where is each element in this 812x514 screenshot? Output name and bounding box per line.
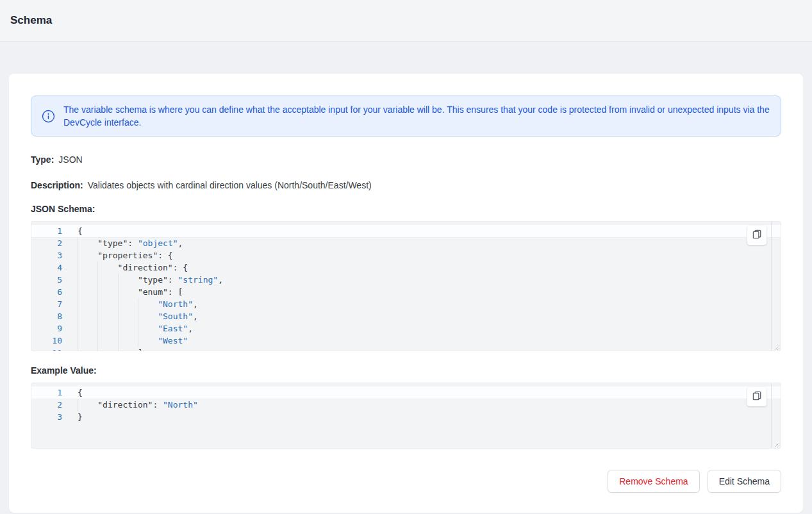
indent-guide bbox=[78, 286, 97, 298]
indent-guide bbox=[78, 335, 97, 347]
indent-guide bbox=[97, 322, 117, 335]
code-text: "East", bbox=[78, 322, 193, 335]
description-label: Description: bbox=[31, 180, 83, 190]
code-text: "South", bbox=[78, 310, 198, 322]
code-text: "type": "string", bbox=[78, 274, 223, 286]
line-number: 11 bbox=[31, 347, 62, 351]
line-number: 2 bbox=[31, 237, 62, 249]
indent-guide bbox=[78, 237, 97, 249]
description-field: Description:Validates objects with cardi… bbox=[31, 178, 781, 192]
indent-guide bbox=[97, 286, 117, 298]
indent-guide bbox=[118, 298, 138, 310]
line-number: 5 bbox=[31, 274, 62, 286]
code-line: 11 ] bbox=[31, 347, 781, 351]
code-line: 10 "West" bbox=[31, 335, 781, 347]
indent-guide bbox=[118, 322, 138, 335]
indent-guide bbox=[118, 310, 138, 322]
copy-button[interactable] bbox=[747, 226, 766, 245]
code-text: "West" bbox=[78, 335, 188, 347]
info-circle-icon bbox=[42, 110, 55, 123]
code-body: 1{2 "type": "object",3 "properties": {4 … bbox=[31, 222, 781, 351]
resize-handle[interactable] bbox=[772, 439, 780, 447]
json-schema-label: JSON Schema: bbox=[31, 202, 781, 216]
indent-guide bbox=[78, 322, 97, 335]
code-line: 4 "direction": { bbox=[31, 261, 781, 274]
indent-guide bbox=[97, 335, 117, 347]
footer-actions: Remove Schema Edit Schema bbox=[31, 470, 781, 493]
code-line: 1{ bbox=[31, 225, 781, 237]
copy-button[interactable] bbox=[747, 387, 766, 406]
code-text: { bbox=[78, 386, 83, 399]
indent-guide bbox=[138, 335, 158, 347]
description-value: Validates objects with cardinal directio… bbox=[88, 180, 372, 190]
indent-guide bbox=[138, 322, 158, 335]
indent-guide bbox=[78, 249, 97, 261]
code-line: 5 "type": "string", bbox=[31, 274, 781, 286]
code-text: "type": "object", bbox=[78, 237, 183, 249]
type-label: Type: bbox=[31, 154, 54, 165]
line-number: 4 bbox=[31, 261, 62, 274]
example-value-editor[interactable]: 1{2 "direction": "North"3} bbox=[31, 383, 781, 449]
code-line: 6 "enum": [ bbox=[31, 286, 781, 298]
line-number: 1 bbox=[31, 386, 62, 399]
indent-guide bbox=[78, 399, 97, 411]
code-line: 8 "South", bbox=[31, 310, 781, 322]
code-line: 2 "direction": "North" bbox=[31, 399, 781, 411]
code-line: 7 "North", bbox=[31, 298, 781, 310]
indent-guide bbox=[138, 310, 158, 322]
code-text: ] bbox=[78, 347, 143, 351]
code-text: "properties": { bbox=[78, 249, 173, 261]
line-number: 6 bbox=[31, 286, 62, 298]
indent-guide bbox=[118, 286, 138, 298]
code-line: 2 "type": "object", bbox=[31, 237, 781, 249]
copy-icon bbox=[752, 391, 762, 402]
code-text: "enum": [ bbox=[78, 286, 183, 298]
indent-guide bbox=[78, 261, 97, 274]
type-value: JSON bbox=[58, 154, 82, 165]
resize-handle[interactable] bbox=[772, 342, 780, 350]
scrollbar-track[interactable] bbox=[771, 383, 772, 448]
code-line: 1{ bbox=[31, 386, 781, 399]
indent-guide bbox=[97, 261, 117, 274]
code-text: "direction": "North" bbox=[78, 399, 198, 411]
line-number: 3 bbox=[31, 249, 62, 261]
indent-guide bbox=[118, 347, 138, 351]
page-header: Schema bbox=[0, 0, 812, 42]
copy-icon bbox=[752, 229, 762, 241]
indent-guide bbox=[118, 274, 138, 286]
example-value-label: Example Value: bbox=[31, 363, 781, 377]
indent-guide bbox=[78, 298, 97, 310]
line-number: 7 bbox=[31, 298, 62, 310]
indent-guide bbox=[78, 310, 97, 322]
type-field: Type:JSON bbox=[31, 153, 781, 167]
edit-schema-button[interactable]: Edit Schema bbox=[708, 470, 781, 493]
info-alert: The variable schema is where you can def… bbox=[31, 95, 781, 137]
line-number: 10 bbox=[31, 335, 62, 347]
code-text: { bbox=[78, 225, 83, 237]
line-number: 1 bbox=[31, 225, 62, 237]
indent-guide bbox=[78, 274, 97, 286]
indent-guide bbox=[97, 347, 117, 351]
code-text: "North", bbox=[78, 298, 198, 310]
json-schema-editor[interactable]: 1{2 "type": "object",3 "properties": {4 … bbox=[31, 221, 781, 351]
line-number: 8 bbox=[31, 310, 62, 322]
indent-guide bbox=[97, 298, 117, 310]
scrollbar-track[interactable] bbox=[771, 222, 772, 351]
indent-guide bbox=[138, 298, 158, 310]
code-body: 1{2 "direction": "North"3} bbox=[31, 383, 781, 423]
indent-guide bbox=[78, 347, 97, 351]
line-number: 3 bbox=[31, 411, 62, 423]
indent-guide bbox=[118, 335, 138, 347]
page-title: Schema bbox=[10, 14, 52, 27]
indent-guide bbox=[97, 310, 117, 322]
code-line: 9 "East", bbox=[31, 322, 781, 335]
code-text: } bbox=[78, 411, 83, 423]
code-line: 3 "properties": { bbox=[31, 249, 781, 261]
code-text: "direction": { bbox=[78, 261, 188, 274]
line-number: 2 bbox=[31, 399, 62, 411]
remove-schema-button[interactable]: Remove Schema bbox=[608, 470, 699, 493]
alert-text: The variable schema is where you can def… bbox=[63, 103, 770, 129]
schema-card: The variable schema is where you can def… bbox=[9, 74, 803, 513]
code-line: 3} bbox=[31, 411, 781, 423]
line-number: 9 bbox=[31, 322, 62, 335]
